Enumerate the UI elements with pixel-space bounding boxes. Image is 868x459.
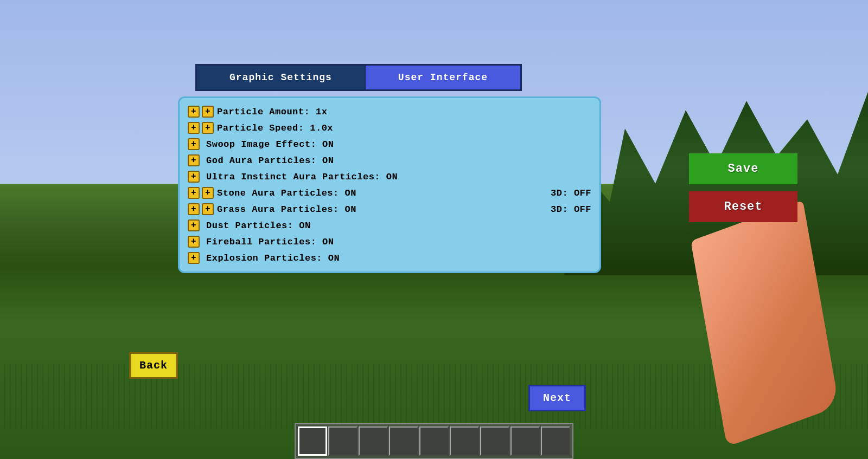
- list-item: + Swoop Image Effect: ON: [188, 136, 591, 152]
- list-item: + Explosion Particles: ON: [188, 250, 591, 266]
- tab-user-interface[interactable]: User Interface: [365, 64, 522, 91]
- hotbar: [295, 423, 573, 459]
- plus-icon-1[interactable]: +: [188, 203, 200, 215]
- setting-label: Stone Aura Particles: ON: [217, 188, 551, 198]
- reset-button[interactable]: Reset: [689, 191, 797, 222]
- tab-graphic-settings[interactable]: Graphic Settings: [195, 64, 365, 91]
- hotbar-slot[interactable]: [510, 426, 540, 456]
- row-icons: +: [188, 236, 203, 248]
- row-icons: + +: [188, 106, 214, 118]
- list-item: + God Aura Particles: ON: [188, 152, 591, 169]
- setting-label: Ultra Instinct Aura Particles: ON: [206, 172, 591, 182]
- row-icons: + +: [188, 187, 214, 199]
- plus-icon-2[interactable]: +: [202, 187, 214, 199]
- row-icons: +: [188, 171, 203, 183]
- plus-icon-1[interactable]: +: [188, 219, 200, 231]
- plus-icon-2[interactable]: +: [202, 203, 214, 215]
- setting-label: Explosion Particles: ON: [206, 253, 591, 263]
- row-icons: +: [188, 219, 203, 231]
- setting-3d-value: 3D: OFF: [551, 204, 591, 215]
- plus-icon-1[interactable]: +: [188, 252, 200, 264]
- setting-label: Grass Aura Particles: ON: [217, 204, 551, 215]
- setting-label: God Aura Particles: ON: [206, 156, 591, 166]
- row-icons: +: [188, 252, 203, 264]
- list-item: + + Particle Speed: 1.0x: [188, 120, 591, 136]
- setting-label: Particle Speed: 1.0x: [217, 123, 591, 133]
- setting-label: Particle Amount: 1x: [217, 107, 591, 117]
- setting-3d-value: 3D: OFF: [551, 188, 591, 198]
- back-button[interactable]: Back: [129, 352, 178, 379]
- hotbar-slot[interactable]: [480, 426, 509, 456]
- tab-bar: Graphic Settings User Interface: [195, 64, 522, 91]
- hotbar-slot[interactable]: [541, 426, 570, 456]
- row-icons: +: [188, 154, 203, 166]
- plus-icon-2[interactable]: +: [202, 122, 214, 134]
- setting-label: Dust Particles: ON: [206, 221, 591, 231]
- plus-icon-1[interactable]: +: [188, 154, 200, 166]
- hotbar-slot[interactable]: [298, 426, 327, 456]
- list-item: + Dust Particles: ON: [188, 217, 591, 234]
- plus-icon-1[interactable]: +: [188, 171, 200, 183]
- plus-icon-1[interactable]: +: [188, 236, 200, 248]
- plus-icon-2[interactable]: +: [202, 106, 214, 118]
- next-button[interactable]: Next: [528, 385, 586, 411]
- list-item: + Ultra Instinct Aura Particles: ON: [188, 169, 591, 185]
- setting-label: Swoop Image Effect: ON: [206, 139, 591, 150]
- settings-panel: + + Particle Amount: 1x + + Particle Spe…: [178, 96, 601, 273]
- save-button[interactable]: Save: [689, 153, 797, 184]
- plus-icon-1[interactable]: +: [188, 106, 200, 118]
- hotbar-slot[interactable]: [419, 426, 449, 456]
- row-icons: +: [188, 138, 203, 150]
- hotbar-slot[interactable]: [328, 426, 358, 456]
- list-item: + Fireball Particles: ON: [188, 234, 591, 250]
- hotbar-slot[interactable]: [450, 426, 479, 456]
- ui-container: Graphic Settings User Interface + + Part…: [0, 0, 868, 459]
- row-icons: + +: [188, 203, 214, 215]
- setting-label: Fireball Particles: ON: [206, 237, 591, 247]
- plus-icon-1[interactable]: +: [188, 138, 200, 150]
- row-icons: + +: [188, 122, 214, 134]
- plus-icon-1[interactable]: +: [188, 187, 200, 199]
- list-item: + + Grass Aura Particles: ON 3D: OFF: [188, 201, 591, 217]
- hotbar-slot[interactable]: [389, 426, 418, 456]
- plus-icon-1[interactable]: +: [188, 122, 200, 134]
- list-item: + + Stone Aura Particles: ON 3D: OFF: [188, 185, 591, 201]
- hotbar-slot[interactable]: [359, 426, 388, 456]
- list-item: + + Particle Amount: 1x: [188, 104, 591, 120]
